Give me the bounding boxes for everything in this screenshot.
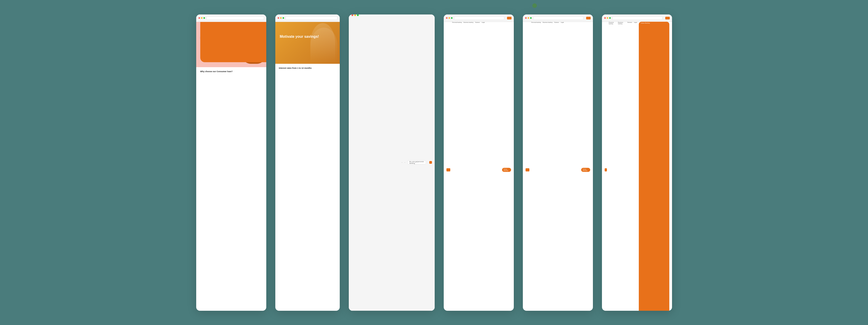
nav-forward[interactable]: → bbox=[404, 162, 405, 163]
online-banking-btn-5[interactable]: Online Banking bbox=[581, 168, 590, 172]
tbc-logo-5 bbox=[586, 17, 591, 20]
minimize-icon[interactable] bbox=[448, 17, 450, 19]
minimize-icon[interactable] bbox=[607, 17, 608, 19]
nav-personal-6[interactable]: Personal banking bbox=[609, 22, 616, 311]
browser-bar-1 bbox=[196, 14, 266, 22]
maximize-icon[interactable] bbox=[204, 17, 205, 19]
online-banking-btn-6[interactable]: Online Banking bbox=[639, 22, 669, 311]
card-business-products: Personal banking Business banking Partne… bbox=[602, 14, 672, 311]
card-savings-rates: Motivate your savings! Interest rates fr… bbox=[275, 14, 340, 311]
close-icon[interactable] bbox=[278, 17, 279, 19]
maximize-icon[interactable] bbox=[451, 17, 453, 19]
window-controls-3 bbox=[351, 14, 400, 311]
nav-logo-4 bbox=[446, 168, 451, 171]
online-banking-btn-4[interactable]: Online Banking bbox=[502, 168, 511, 172]
url-text: tbc.com.ge/personal-banking bbox=[409, 161, 424, 164]
minimize-icon[interactable] bbox=[354, 14, 356, 16]
browser-bar-3: ← → tbc.com.ge/personal-banking bbox=[349, 14, 435, 311]
browser-bar-5 bbox=[523, 14, 593, 22]
url-bar-4[interactable] bbox=[454, 16, 504, 20]
minimize-icon[interactable] bbox=[280, 17, 282, 19]
close-icon[interactable] bbox=[446, 17, 447, 19]
nav-business-6[interactable]: Business banking bbox=[618, 22, 626, 311]
nav-partners-6[interactable]: Partners bbox=[627, 22, 632, 311]
browser-bar-2 bbox=[275, 14, 340, 22]
nav-partners[interactable]: Partner exclusives bbox=[399, 311, 419, 311]
nav-bar-5: Personal banking Business banking Partne… bbox=[523, 22, 593, 311]
hero-person-image bbox=[310, 23, 335, 64]
maximize-icon[interactable] bbox=[609, 17, 611, 19]
nav-partners-4[interactable]: Partners bbox=[475, 22, 480, 311]
nav-legal-6[interactable]: Legal bbox=[634, 22, 637, 311]
nav-business-4[interactable]: Business banking bbox=[464, 22, 473, 311]
hero-section: Consumer loan Whatever you need, whateve… bbox=[196, 22, 266, 67]
nav-legal[interactable]: Legal bbox=[421, 311, 435, 311]
tbc-logo bbox=[429, 161, 432, 164]
nav-bar-4: Personal banking Business banking Partne… bbox=[444, 22, 514, 311]
minimize-icon[interactable] bbox=[528, 17, 529, 19]
url-bar-6[interactable] bbox=[612, 16, 662, 20]
nav-legal-4[interactable]: Legal bbox=[482, 22, 485, 311]
window-controls-4 bbox=[446, 17, 453, 19]
card-consumer-loan: Consumer loan Whatever you need, whateve… bbox=[196, 14, 266, 311]
url-bar-2[interactable] bbox=[285, 16, 338, 20]
maximize-icon[interactable] bbox=[283, 17, 284, 19]
why-section-title: Why choose our Consumer loan? bbox=[200, 70, 266, 311]
url-bar[interactable] bbox=[206, 16, 264, 20]
card-personal-banking: ← → tbc.com.ge/personal-banking Personal… bbox=[349, 14, 435, 311]
nav-personal-4[interactable]: Personal banking bbox=[452, 22, 462, 311]
maximize-icon[interactable] bbox=[530, 17, 532, 19]
window-controls-5 bbox=[525, 17, 532, 19]
nav-links-4: Personal banking Business banking Partne… bbox=[452, 22, 500, 311]
nav-business[interactable]: Business banking bbox=[377, 311, 397, 311]
nav-logo-6 bbox=[604, 168, 607, 171]
card1-content: Why choose our Consumer loan? 💳 Choice C… bbox=[196, 67, 266, 311]
url-bar-3[interactable]: tbc.com.ge/personal-banking bbox=[407, 160, 426, 165]
nav-links-5: Personal banking Business banking Partne… bbox=[531, 22, 579, 311]
nav-links-6: Personal banking Business banking Partne… bbox=[609, 22, 637, 311]
minimize-icon[interactable] bbox=[201, 17, 203, 19]
window-controls-6 bbox=[604, 17, 611, 19]
nav-partners-5[interactable]: Partners bbox=[554, 22, 559, 311]
nav-links-3: Personal banking Business banking Partne… bbox=[355, 311, 435, 311]
maximize-icon[interactable] bbox=[357, 14, 359, 16]
browser-bar-4 bbox=[444, 14, 514, 22]
window-controls-2 bbox=[278, 17, 284, 19]
rates-1-title: Interest rates from 1 to 12 months bbox=[279, 67, 340, 311]
tbc-logo-6 bbox=[665, 17, 670, 20]
hero-cta-button[interactable]: Apply now bbox=[200, 22, 266, 62]
close-icon[interactable] bbox=[525, 17, 527, 19]
close-icon[interactable] bbox=[604, 17, 606, 19]
close-icon[interactable] bbox=[351, 14, 353, 16]
savings-hero: Motivate your savings! bbox=[275, 22, 340, 64]
card-savings: Personal banking Business banking Partne… bbox=[444, 14, 514, 311]
tbc-logo-4 bbox=[507, 17, 512, 20]
browser-bar-6 bbox=[602, 14, 672, 22]
nav-personal-5[interactable]: Personal banking bbox=[531, 22, 541, 311]
card-capital-escrow: Personal banking Business banking Partne… bbox=[523, 14, 593, 311]
nav-legal-5[interactable]: Legal bbox=[561, 22, 564, 311]
nav-personal[interactable]: Personal banking bbox=[355, 311, 375, 311]
browser-nav: ← → bbox=[401, 162, 405, 163]
url-bar-5[interactable] bbox=[533, 16, 583, 20]
close-icon[interactable] bbox=[198, 17, 200, 19]
window-controls bbox=[198, 17, 205, 19]
nav-back[interactable]: ← bbox=[401, 162, 403, 163]
nav-business-5[interactable]: Business banking bbox=[543, 22, 553, 311]
nav-logo-5 bbox=[526, 168, 530, 171]
card2-content: Interest rates from 1 to 12 months 0.30%… bbox=[275, 64, 340, 311]
nav-bar-6: Personal banking Business banking Partne… bbox=[602, 22, 672, 311]
